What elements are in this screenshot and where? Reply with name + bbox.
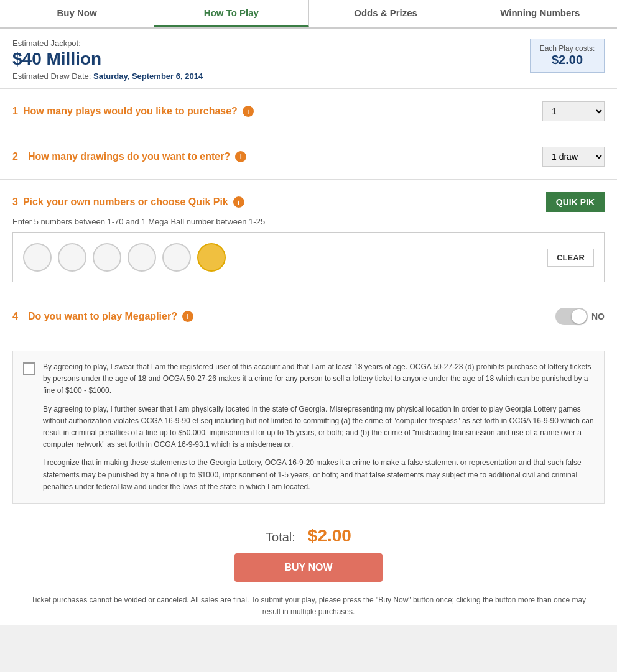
tabs-bar: Buy Now How To Play Odds & Prizes Winnin… [0, 0, 617, 29]
tab-buy-now[interactable]: Buy Now [0, 0, 154, 27]
agreement-box: By agreeing to play, I swear that I am t… [12, 351, 605, 504]
toggle-knob [572, 309, 587, 324]
ball-5[interactable] [162, 243, 191, 272]
agreement-text: By agreeing to play, I swear that I am t… [43, 361, 594, 493]
section-2-info-icon[interactable]: i [235, 151, 246, 162]
section-2-number: 2 [12, 151, 18, 162]
draw-date: Estimated Draw Date: Saturday, September… [12, 71, 203, 81]
quik-pik-button[interactable]: QUIK PIK [546, 192, 605, 212]
section-4: 4 Do you want to play Megaplier? i NO [0, 295, 617, 338]
ball-1[interactable] [23, 243, 52, 272]
section-2-row: 2 How many drawings do you want to enter… [12, 147, 605, 167]
jackpot-info: Estimated Jackpot: $40 Million Estimated… [12, 39, 203, 81]
agreement-para-3: I recognize that in making these stateme… [43, 457, 594, 493]
section-4-row: 4 Do you want to play Megaplier? i NO [12, 308, 605, 325]
section-1-title: 1 How many plays would you like to purch… [12, 106, 254, 117]
ball-4[interactable] [128, 243, 156, 272]
section-1: 1 How many plays would you like to purch… [0, 89, 617, 134]
cost-box: Each Play costs: $2.00 [530, 39, 605, 73]
header-area: Estimated Jackpot: $40 Million Estimated… [0, 29, 617, 89]
section-3-number: 3 [12, 196, 18, 208]
section-3: 3 Pick your own numbers or choose Quik P… [0, 180, 617, 295]
buy-now-button[interactable]: BUY NOW [234, 553, 382, 582]
jackpot-label: Estimated Jackpot: [12, 39, 203, 48]
ball-3[interactable] [93, 243, 121, 272]
section-1-info-icon[interactable]: i [243, 106, 254, 117]
draw-date-label: Estimated Draw Date: [12, 71, 91, 81]
footer-notice: Ticket purchases cannot be voided or can… [0, 587, 617, 625]
section-4-info-icon[interactable]: i [182, 311, 193, 322]
agreement-para-1: By agreeing to play, I swear that I am t… [43, 361, 594, 397]
section-1-text: How many plays would you like to purchas… [23, 106, 238, 117]
cost-label: Each Play costs: [539, 44, 595, 53]
ball-2[interactable] [58, 243, 86, 272]
section-3-info-icon[interactable]: i [233, 196, 244, 208]
plays-select[interactable]: 1 2 3 4 5 [542, 101, 605, 121]
cost-amount: $2.00 [539, 53, 595, 67]
balls-area: CLEAR [12, 232, 605, 282]
tab-how-to-play[interactable]: How To Play [154, 0, 308, 27]
agreement-para-2: By agreeing to play, I further swear tha… [43, 403, 594, 451]
section-4-title: 4 Do you want to play Megaplier? i [12, 311, 193, 322]
total-amount: $2.00 [308, 526, 351, 546]
section-2-label: How many drawings do you want to enter? [28, 151, 230, 162]
section-3-label: Pick your own numbers or choose Quik Pik [23, 196, 228, 208]
total-row: Total: $2.00 [12, 526, 605, 546]
section-2: 2 How many drawings do you want to enter… [0, 134, 617, 180]
megaplier-toggle[interactable]: NO [555, 308, 605, 325]
total-label: Total: [266, 530, 295, 545]
section-3-title: 3 Pick your own numbers or choose Quik P… [12, 196, 244, 208]
section-1-row: 1 How many plays would you like to purch… [12, 101, 605, 121]
section-2-title: 2 How many drawings do you want to enter… [12, 151, 246, 162]
toggle-track[interactable] [555, 308, 588, 325]
mega-ball[interactable] [197, 243, 226, 272]
toggle-label: NO [591, 311, 605, 321]
draw-date-value: Saturday, September 6, 2014 [93, 71, 203, 81]
tab-odds-prizes[interactable]: Odds & Prizes [309, 0, 463, 27]
agreement-checkbox[interactable] [23, 362, 35, 375]
balls-container [23, 243, 226, 272]
total-area: Total: $2.00 BUY NOW [0, 516, 617, 587]
section-4-label: Do you want to play Megaplier? [28, 311, 177, 322]
section-3-subtitle: Enter 5 numbers between 1-70 and 1 Mega … [12, 217, 605, 226]
section-1-number: 1 [12, 106, 18, 117]
drawings-select[interactable]: 1 draw 2 draws 3 draws 4 draws 5 draws [542, 147, 605, 167]
tab-winning-numbers[interactable]: Winning Numbers [463, 0, 617, 27]
section-3-header: 3 Pick your own numbers or choose Quik P… [12, 192, 605, 212]
clear-button[interactable]: CLEAR [547, 249, 594, 267]
jackpot-amount: $40 Million [12, 49, 203, 69]
section-4-number: 4 [12, 311, 18, 322]
